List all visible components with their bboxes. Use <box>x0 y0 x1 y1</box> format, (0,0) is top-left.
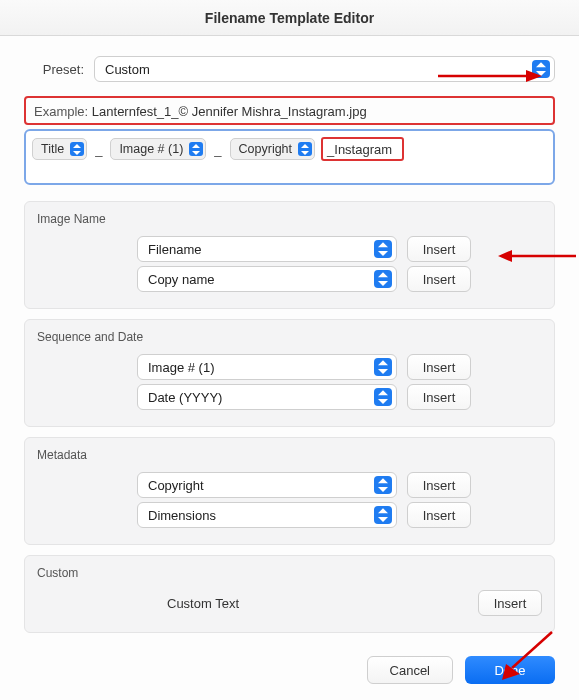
preset-select[interactable]: Custom <box>94 56 555 82</box>
updown-icon <box>374 506 392 524</box>
updown-icon <box>189 142 203 156</box>
example-label: Example: <box>34 104 88 119</box>
token-image-number[interactable]: Image # (1) <box>110 138 206 160</box>
window-title: Filename Template Editor <box>205 10 374 26</box>
updown-icon <box>374 476 392 494</box>
section-custom: Custom Custom Text Insert <box>24 555 555 633</box>
section-title: Sequence and Date <box>37 330 542 344</box>
insert-button[interactable]: Insert <box>407 236 471 262</box>
token-copyright[interactable]: Copyright <box>230 138 316 160</box>
section-image-name: Image Name Filename Insert Copy name Ins… <box>24 201 555 309</box>
insert-button[interactable]: Insert <box>478 590 542 616</box>
example-highlight: Example: Lanternfest_1_© Jennifer Mishra… <box>24 96 555 125</box>
updown-icon <box>374 388 392 406</box>
preset-label: Preset: <box>24 62 84 77</box>
title-bar: Filename Template Editor <box>0 0 579 36</box>
token-custom-text[interactable]: _Instagram <box>321 137 404 161</box>
token-title[interactable]: Title <box>32 138 87 160</box>
updown-icon <box>70 142 84 156</box>
insert-button[interactable]: Insert <box>407 472 471 498</box>
insert-button[interactable]: Insert <box>407 384 471 410</box>
section-title: Image Name <box>37 212 542 226</box>
select-copyright[interactable]: Copyright <box>137 472 397 498</box>
insert-button[interactable]: Insert <box>407 266 471 292</box>
section-metadata: Metadata Copyright Insert Dimensions Ins… <box>24 437 555 545</box>
updown-icon <box>374 270 392 288</box>
insert-button[interactable]: Insert <box>407 502 471 528</box>
select-filename[interactable]: Filename <box>137 236 397 262</box>
section-title: Custom <box>37 566 542 580</box>
section-sequence-date: Sequence and Date Image # (1) Insert Dat… <box>24 319 555 427</box>
select-copy-name[interactable]: Copy name <box>137 266 397 292</box>
select-date[interactable]: Date (YYYY) <box>137 384 397 410</box>
select-image-number[interactable]: Image # (1) <box>137 354 397 380</box>
preset-row: Preset: Custom <box>24 56 555 82</box>
updown-icon <box>532 60 550 78</box>
custom-text-label: Custom Text <box>167 596 468 611</box>
template-field[interactable]: Title _ Image # (1) _ Copyright _Instagr… <box>24 129 555 185</box>
preset-value: Custom <box>105 62 150 77</box>
section-title: Metadata <box>37 448 542 462</box>
updown-icon <box>374 358 392 376</box>
insert-button[interactable]: Insert <box>407 354 471 380</box>
done-button[interactable]: Done <box>465 656 555 684</box>
updown-icon <box>374 240 392 258</box>
select-dimensions[interactable]: Dimensions <box>137 502 397 528</box>
token-separator: _ <box>93 142 104 157</box>
updown-icon <box>298 142 312 156</box>
example-value: Lanternfest_1_© Jennifer Mishra_Instagra… <box>92 104 367 119</box>
cancel-button[interactable]: Cancel <box>367 656 453 684</box>
token-separator: _ <box>212 142 223 157</box>
